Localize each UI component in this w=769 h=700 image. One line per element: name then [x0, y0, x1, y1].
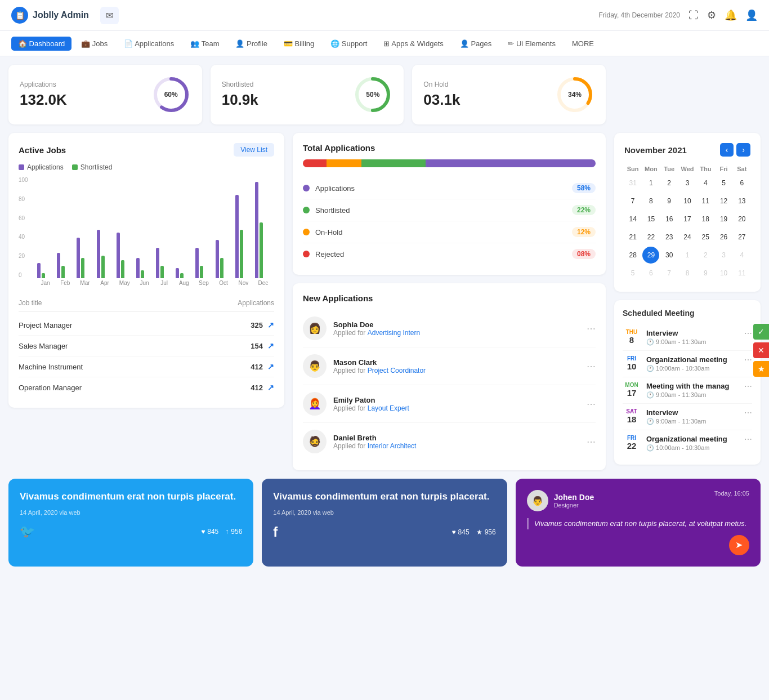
- bar-group-jul: [156, 248, 172, 278]
- cal-day[interactable]: 1: [679, 247, 696, 264]
- cal-day[interactable]: 15: [642, 211, 659, 228]
- cal-day[interactable]: 31: [624, 175, 641, 191]
- user-icon[interactable]: 👤: [745, 9, 758, 21]
- cal-day[interactable]: 11: [734, 265, 750, 282]
- cal-day[interactable]: 29: [642, 247, 659, 264]
- list-item: 👩 Sophia Doe Applied for Advertising Int…: [303, 310, 596, 347]
- side-icon-red[interactable]: ✕: [753, 342, 769, 358]
- cal-day[interactable]: 7: [661, 265, 678, 282]
- meeting-menu-button[interactable]: ⋯: [744, 435, 752, 444]
- cal-day[interactable]: 25: [697, 229, 714, 246]
- cal-day[interactable]: 17: [679, 211, 696, 228]
- legend-shortlisted: Shortlisted: [72, 163, 113, 171]
- facebook-stats: ♥ 845 ★ 956: [451, 528, 495, 536]
- nav-jobs[interactable]: 💼 Jobs: [74, 37, 114, 51]
- y-label-40: 40: [19, 234, 28, 240]
- cal-day[interactable]: 4: [697, 175, 714, 191]
- cal-day[interactable]: 2: [697, 247, 714, 264]
- app-menu-button[interactable]: ⋯: [587, 361, 596, 372]
- cal-day[interactable]: 6: [642, 265, 659, 282]
- cal-day[interactable]: 7: [624, 193, 641, 209]
- meeting-title: Scheduled Meeting: [623, 309, 752, 318]
- cal-day[interactable]: 3: [679, 175, 696, 191]
- cal-day[interactable]: 30: [661, 247, 678, 264]
- cal-day[interactable]: 9: [661, 193, 678, 209]
- cal-day[interactable]: 20: [734, 211, 750, 228]
- nav-dashboard[interactable]: 🏠 Dashboard: [11, 37, 71, 51]
- cal-day[interactable]: 3: [716, 247, 732, 264]
- meeting-menu-button[interactable]: ⋯: [744, 329, 752, 338]
- nav-team[interactable]: 👥 Team: [184, 37, 226, 51]
- cal-day[interactable]: 16: [661, 211, 678, 228]
- cal-day[interactable]: 9: [697, 265, 714, 282]
- list-item: 🧔 Daniel Breth Applied for Interior Arch…: [303, 423, 596, 460]
- new-app-list: 👩 Sophia Doe Applied for Advertising Int…: [303, 310, 596, 460]
- app-menu-button[interactable]: ⋯: [587, 436, 596, 447]
- cal-day[interactable]: 10: [716, 265, 732, 282]
- settings-icon[interactable]: ⚙: [707, 9, 716, 21]
- meeting-info: Organizational meeting 🕐 10:00am - 10:30…: [646, 355, 739, 372]
- chat-name: Johen Doe: [554, 493, 594, 502]
- cal-day[interactable]: 5: [624, 265, 641, 282]
- cal-day[interactable]: 24: [679, 229, 696, 246]
- cal-day[interactable]: 26: [716, 229, 732, 246]
- meeting-menu-button[interactable]: ⋯: [744, 355, 752, 364]
- cal-next-button[interactable]: ›: [736, 143, 750, 157]
- cal-day[interactable]: 27: [734, 229, 750, 246]
- cal-day[interactable]: 11: [697, 193, 714, 209]
- chart-label-sep: Sep: [195, 280, 212, 286]
- nav-applications[interactable]: 📄 Applications: [117, 37, 181, 51]
- notification-icon[interactable]: 🔔: [725, 9, 737, 21]
- nav-billing[interactable]: 💳 Billing: [277, 37, 321, 51]
- twitter-shares-count: 956: [231, 528, 242, 536]
- cal-day[interactable]: 4: [734, 247, 750, 264]
- cal-day[interactable]: 12: [716, 193, 732, 209]
- cal-day[interactable]: 18: [697, 211, 714, 228]
- bar-group-jan: [37, 263, 53, 278]
- nav-support[interactable]: 🌐 Support: [324, 37, 374, 51]
- side-icon-green[interactable]: ✓: [753, 324, 769, 340]
- y-label-60: 60: [19, 215, 28, 221]
- cal-day[interactable]: 5: [716, 175, 732, 191]
- cal-day[interactable]: 22: [642, 229, 659, 246]
- facebook-icon: f: [273, 524, 278, 540]
- header-date: Friday, 4th December 2020: [598, 11, 680, 19]
- cal-day[interactable]: 8: [679, 265, 696, 282]
- chat-send-button[interactable]: ➤: [729, 535, 749, 555]
- cal-day[interactable]: 14: [624, 211, 641, 228]
- cal-day[interactable]: 10: [679, 193, 696, 209]
- mail-button[interactable]: ✉: [100, 7, 119, 24]
- bar-app-jan: [37, 263, 41, 278]
- nav-pages[interactable]: 👤 Pages: [453, 37, 498, 51]
- app-pct-shortlisted: 22%: [572, 205, 596, 215]
- cal-day[interactable]: 1: [642, 175, 659, 191]
- app-menu-button[interactable]: ⋯: [587, 323, 596, 334]
- cal-day[interactable]: 19: [716, 211, 732, 228]
- bar-short-oct: [220, 258, 223, 278]
- app-position: Project Coordinator: [368, 367, 426, 374]
- job-apps: 154 ↗: [251, 341, 274, 350]
- meeting-menu-button[interactable]: ⋯: [744, 408, 752, 417]
- nav-apps[interactable]: ⊞ Apps & Widgets: [377, 37, 450, 51]
- app-menu-button[interactable]: ⋯: [587, 399, 596, 409]
- nav-profile[interactable]: 👤 Profile: [229, 37, 274, 51]
- cal-day[interactable]: 6: [734, 175, 750, 191]
- nav-ui[interactable]: ✏ Ui Elements: [501, 37, 562, 51]
- fullscreen-icon[interactable]: ⛶: [688, 10, 699, 21]
- dot-onhold: [303, 229, 310, 235]
- bar-chart-wrapper: 100 80 60 40 20 0 JanFebMarAprMayJunJulA…: [19, 177, 274, 286]
- cal-day[interactable]: 13: [734, 193, 750, 209]
- cal-day[interactable]: 28: [624, 247, 641, 264]
- segment-applications: [426, 159, 596, 167]
- app-position: Interior Architect: [368, 442, 417, 450]
- meeting-menu-button[interactable]: ⋯: [744, 382, 752, 391]
- cal-day[interactable]: 2: [661, 175, 678, 191]
- view-list-button[interactable]: View List: [234, 143, 274, 157]
- cal-day[interactable]: 8: [642, 193, 659, 209]
- cal-day[interactable]: 21: [624, 229, 641, 246]
- side-icon-orange[interactable]: ★: [753, 361, 769, 377]
- nav-more[interactable]: MORE: [565, 37, 601, 51]
- cal-prev-button[interactable]: ‹: [720, 143, 734, 157]
- cal-day[interactable]: 23: [661, 229, 678, 246]
- dot-applications: [303, 185, 310, 191]
